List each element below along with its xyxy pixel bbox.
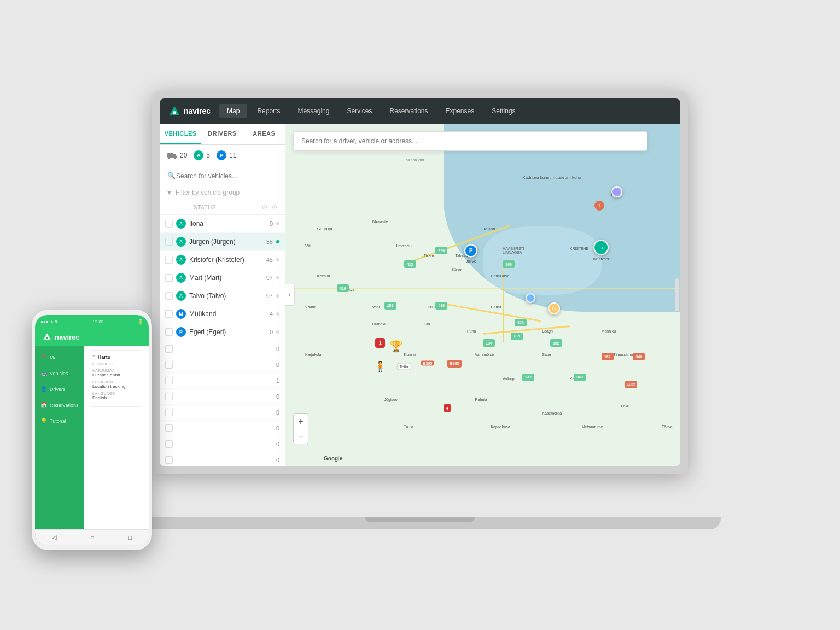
phone-field-language: Language English [92, 392, 141, 400]
vehicle-row[interactable]: A Mart (Mart) 97 [160, 269, 285, 287]
laptop-device: navirec Map Reports Messaging Services R… [119, 91, 721, 517]
vehicle-filter[interactable]: ▼ Filter by vehicle group [160, 185, 285, 200]
collapse-sidebar-button[interactable]: ‹ [285, 284, 295, 306]
green-arrow-badge: → [593, 240, 609, 255]
vehicle-score: 0 [269, 361, 279, 368]
nav-services[interactable]: Services [339, 104, 380, 118]
phone-field-gismobile: GISMobile [92, 362, 141, 366]
map-label-vanamoise: Vanamöise [475, 353, 494, 357]
vehicle-row[interactable]: 0 [160, 405, 285, 421]
vehicle-checkbox[interactable] [165, 456, 173, 464]
map-label-kumna: Kumna [404, 353, 416, 357]
map-area[interactable]: ‹ Kadrioru kunstimuuseum koha [285, 124, 680, 466]
status-badge: A [176, 291, 186, 301]
map-label-mannikku: Männiku [602, 329, 616, 333]
zoom-out-button[interactable]: − [293, 429, 308, 444]
parked-badge: P [217, 150, 226, 160]
nav-map[interactable]: Map [219, 104, 247, 118]
vehicle-checkbox[interactable] [165, 440, 173, 448]
nav-reservations[interactable]: Reservations [382, 104, 435, 118]
map-label-kasemeraa: Kasemeraa [542, 411, 562, 415]
map-label-laagri: Laagri [542, 329, 552, 333]
road-badge-610: 610 [337, 284, 349, 292]
vehicle-row[interactable]: 0 [160, 436, 285, 452]
vehicle-row[interactable]: 1 [160, 373, 285, 389]
vehicle-checkbox[interactable] [165, 328, 173, 336]
phone-nav-reservations[interactable]: 📅 Reservations [40, 402, 79, 408]
vehicle-score: 97 [262, 275, 273, 281]
laptop-body: navirec Map Reports Messaging Services R… [152, 91, 688, 474]
map-search-bar[interactable] [293, 131, 648, 151]
vehicle-score: 0 [269, 346, 279, 352]
vehicle-row[interactable]: P Egeri (Egeri) 0 [160, 323, 285, 341]
map-search-input[interactable] [293, 131, 648, 151]
vehicle-row[interactable]: A Ilona 0 [160, 215, 285, 233]
vehicle-row[interactable]: 0 [160, 389, 285, 405]
phone-card-name: Hartu [98, 354, 111, 360]
nav-settings[interactable]: Settings [484, 104, 523, 118]
phone-nav-tutorial-icon: 💡 [40, 418, 47, 424]
phone-sidebar: 📍 Map 🚌 Vehicles 👤 Drivers 📅 [35, 346, 84, 544]
truck-icon [167, 150, 177, 160]
vehicle-row[interactable]: 0 [160, 341, 285, 357]
search-input[interactable] [166, 172, 278, 180]
road-badge-e365b: E365 [625, 381, 637, 388]
vehicle-checkbox[interactable] [165, 220, 173, 228]
tab-drivers[interactable]: Drivers [201, 124, 243, 144]
sidebar-tabs: VEHICLES Drivers Areas [160, 124, 285, 145]
timezone-value: Europa/Tallinn [92, 372, 141, 377]
vehicle-checkbox[interactable] [165, 393, 173, 400]
phone-body: ●●● ▲▼ 12:00 🔋 navirec [32, 310, 152, 550]
vehicle-row[interactable]: M Müükand 4 [160, 305, 285, 323]
vehicle-name: Ilona [189, 220, 259, 228]
status-badge: P [176, 327, 186, 337]
purple-dot-badge [611, 186, 622, 197]
parking-badge: P [464, 244, 477, 257]
phone-back-button[interactable]: ◁ [52, 534, 57, 541]
vehicle-search[interactable]: 🔍 [160, 166, 285, 185]
phone-nav-drivers[interactable]: 👤 Drivers [40, 386, 79, 392]
phone-recent-button[interactable]: □ [128, 534, 132, 541]
vehicle-checkbox[interactable] [165, 310, 173, 318]
vehicle-checkbox[interactable] [165, 292, 173, 300]
phone-nav-tutorial[interactable]: 💡 Tutorial [40, 418, 79, 424]
vehicle-score: 0 [262, 329, 273, 335]
vehicle-row[interactable]: A Taivo (Taivo) 97 [160, 287, 285, 305]
status-dot [276, 240, 279, 243]
phone-home-button[interactable]: ○ [90, 534, 94, 541]
tab-areas[interactable]: Areas [243, 124, 285, 144]
map-label-kiia: Kiia [424, 322, 430, 326]
language-label: Language [92, 392, 141, 395]
nav-messaging[interactable]: Messaging [290, 104, 337, 118]
tab-vehicles[interactable]: VEHICLES [160, 124, 201, 144]
phone-nav-map[interactable]: 📍 Map [40, 354, 79, 360]
menu-icon: ≡ [92, 354, 96, 360]
nav-reports[interactable]: Reports [249, 104, 288, 118]
vehicle-row[interactable]: A Kristofer (Kristofer) 45 [160, 251, 285, 269]
vehicle-checkbox[interactable] [165, 238, 173, 246]
phone-nav-vehicles-label: Vehicles [50, 371, 68, 376]
vehicle-row[interactable]: 0 [160, 421, 285, 436]
status-badge: A [176, 273, 186, 283]
vehicle-checkbox[interactable] [165, 361, 173, 369]
road-badge-410: 410 [435, 302, 447, 310]
vehicle-checkbox[interactable] [165, 345, 173, 353]
nav-expenses[interactable]: Expenses [438, 104, 482, 118]
vehicle-checkbox[interactable] [165, 274, 173, 282]
google-logo: Google [324, 456, 342, 462]
vehicle-row[interactable]: A Jürgen (Jürgen) 38 [160, 233, 285, 251]
zoom-in-button[interactable]: + [293, 413, 308, 429]
vehicle-name: Egeri (Egeri) [189, 328, 259, 336]
road-badge-167: 167 [602, 353, 614, 360]
vehicle-checkbox[interactable] [165, 424, 173, 432]
vehicle-row[interactable]: 0 [160, 452, 285, 466]
map-label-sorve: Sörve [451, 267, 461, 271]
vehicle-checkbox[interactable] [165, 409, 173, 416]
map-label-harku: Harku [491, 305, 501, 309]
road-badge-192: 192 [550, 339, 562, 347]
vehicle-checkbox[interactable] [165, 377, 173, 384]
vehicle-checkbox[interactable] [165, 256, 173, 264]
phone-nav-vehicles[interactable]: 🚌 Vehicles [40, 370, 79, 376]
map-label-karjakula: Karjakula [305, 353, 321, 357]
vehicle-row[interactable]: 0 [160, 357, 285, 373]
